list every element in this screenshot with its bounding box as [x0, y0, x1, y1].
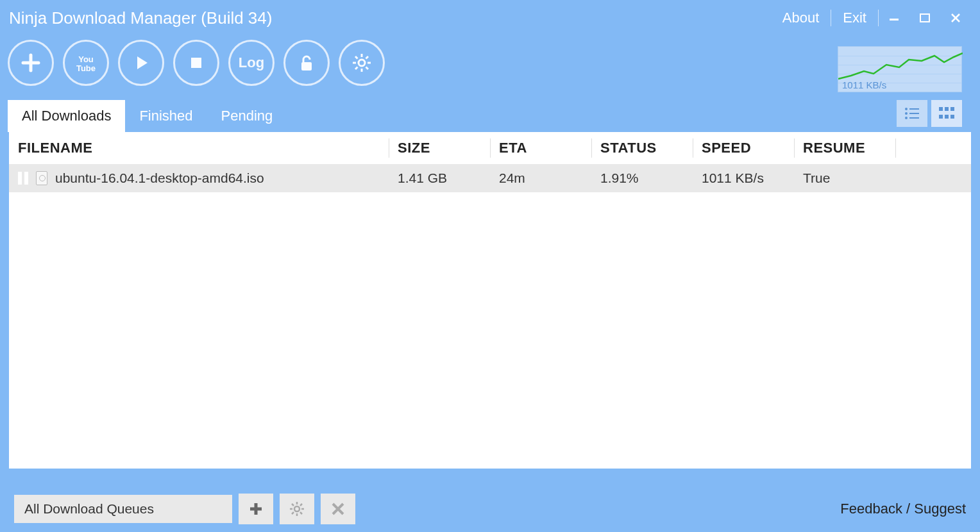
- cell-speed: 1011 KB/s: [693, 164, 794, 192]
- col-eta[interactable]: ETA: [490, 132, 591, 164]
- log-icon: Log: [239, 54, 264, 71]
- svg-line-13: [366, 56, 369, 59]
- svg-point-17: [905, 112, 908, 115]
- svg-rect-24: [939, 115, 943, 119]
- settings-button[interactable]: [339, 40, 385, 86]
- cell-size: 1.41 GB: [389, 164, 490, 192]
- svg-rect-1: [920, 14, 929, 22]
- svg-rect-16: [909, 108, 919, 110]
- svg-rect-20: [909, 117, 919, 119]
- svg-rect-18: [909, 113, 919, 114]
- toolbar: You Tube Log: [0, 36, 980, 92]
- list-view-button[interactable]: [897, 100, 927, 127]
- svg-line-32: [292, 504, 294, 506]
- tab-pending[interactable]: Pending: [207, 100, 287, 132]
- add-queue-button[interactable]: [239, 494, 273, 524]
- svg-line-34: [300, 504, 302, 506]
- exit-link[interactable]: Exit: [831, 10, 878, 26]
- unlock-icon: [298, 53, 315, 72]
- start-button[interactable]: [118, 40, 164, 86]
- bottombar: All Download Queues Feedback / Suggest: [0, 486, 980, 532]
- svg-rect-5: [301, 62, 312, 71]
- svg-rect-23: [950, 107, 954, 111]
- play-icon: [132, 54, 150, 72]
- plus-icon: [248, 501, 264, 517]
- cell-eta: 24m: [490, 164, 591, 192]
- stop-button[interactable]: [173, 40, 219, 86]
- col-speed[interactable]: SPEED: [693, 132, 794, 164]
- svg-line-33: [300, 512, 302, 514]
- about-link[interactable]: About: [771, 10, 831, 26]
- col-filename[interactable]: FILENAME: [9, 132, 389, 164]
- minimize-button[interactable]: [879, 8, 909, 28]
- add-download-button[interactable]: [8, 40, 54, 86]
- svg-point-19: [905, 117, 908, 119]
- maximize-button[interactable]: [909, 8, 940, 28]
- queue-selector[interactable]: All Download Queues: [14, 495, 232, 523]
- grid-view-icon: [938, 106, 955, 121]
- close-icon: [331, 502, 345, 516]
- svg-point-6: [359, 60, 365, 66]
- cell-resume: True: [794, 164, 895, 192]
- col-status[interactable]: STATUS: [591, 132, 693, 164]
- close-icon: [950, 12, 961, 24]
- stop-icon: [189, 55, 204, 71]
- grid-view-button[interactable]: [931, 100, 962, 127]
- svg-point-27: [294, 506, 300, 511]
- minimize-icon: [888, 12, 900, 24]
- tab-all-downloads[interactable]: All Downloads: [8, 100, 125, 132]
- youtube-button[interactable]: You Tube: [63, 40, 109, 86]
- tabs: All Downloads Finished Pending: [0, 92, 980, 132]
- list-view-icon: [904, 106, 920, 121]
- close-button[interactable]: [940, 8, 971, 28]
- svg-rect-26: [950, 115, 954, 119]
- svg-rect-21: [939, 107, 943, 111]
- svg-line-35: [292, 512, 294, 514]
- delete-queue-button[interactable]: [321, 494, 355, 524]
- col-size[interactable]: SIZE: [389, 132, 490, 164]
- youtube-icon: You Tube: [72, 53, 100, 72]
- tab-finished[interactable]: Finished: [125, 100, 207, 132]
- svg-rect-22: [945, 107, 949, 111]
- table-row[interactable]: ubuntu-16.04.1-desktop-amd64.iso 1.41 GB…: [9, 164, 971, 192]
- cell-status: 1.91%: [591, 164, 693, 192]
- speed-graph: 1011 KB/s: [838, 46, 962, 92]
- svg-line-12: [366, 67, 369, 70]
- file-icon: [36, 171, 47, 185]
- pause-icon: [18, 172, 28, 185]
- downloads-list: FILENAME SIZE ETA STATUS SPEED RESUME ub…: [9, 132, 971, 469]
- col-blank: [895, 132, 971, 164]
- svg-line-14: [355, 67, 358, 70]
- feedback-link[interactable]: Feedback / Suggest: [840, 501, 966, 517]
- titlebar: Ninja Download Manager (Build 34) About …: [0, 0, 980, 36]
- plus-icon: [19, 51, 42, 74]
- svg-text:You: You: [78, 54, 94, 64]
- queue-settings-button[interactable]: [280, 494, 314, 524]
- svg-rect-25: [945, 115, 949, 119]
- gear-icon: [289, 501, 305, 517]
- speed-graph-label: 1011 KB/s: [842, 79, 886, 90]
- maximize-icon: [919, 12, 931, 24]
- log-button[interactable]: Log: [228, 40, 275, 86]
- app-title: Ninja Download Manager (Build 34): [9, 8, 272, 28]
- svg-line-11: [355, 56, 358, 59]
- svg-point-15: [905, 108, 908, 110]
- gear-icon: [351, 53, 372, 73]
- cell-filename: ubuntu-16.04.1-desktop-amd64.iso: [55, 170, 264, 186]
- svg-rect-4: [191, 58, 201, 68]
- svg-text:Tube: Tube: [76, 63, 96, 72]
- col-resume[interactable]: RESUME: [794, 132, 895, 164]
- svg-rect-0: [890, 19, 899, 21]
- lock-button[interactable]: [283, 40, 330, 86]
